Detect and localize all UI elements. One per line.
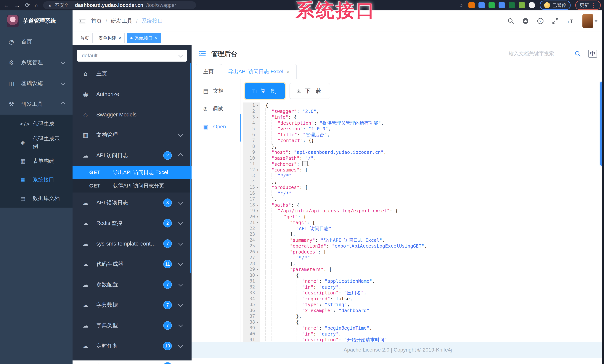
close-icon[interactable]: ×: [287, 69, 289, 75]
count-badge: 3: [163, 199, 172, 207]
cloud-icon: ☁: [82, 363, 89, 364]
reload-icon[interactable]: ⟳: [25, 2, 30, 8]
fold-toggle-icon[interactable]: ▾: [255, 114, 260, 120]
swagger-menu-item-1[interactable]: ◉ Authorize: [73, 84, 191, 104]
api-group-item-7[interactable]: ☁ 定时任务 10: [73, 336, 191, 356]
sidebar-item-2[interactable]: ◫ 基础设施: [0, 73, 73, 94]
fold-toggle-icon[interactable]: ▾: [255, 208, 260, 214]
sidebar-subitem-2[interactable]: ▦ 表单构建: [0, 152, 73, 170]
doc-search-input[interactable]: [508, 50, 567, 58]
api-group-item-1[interactable]: ☁ Redis 监控 2: [73, 213, 191, 233]
api-group-item-2[interactable]: ☁ sys-sms-template-controller 7: [73, 233, 191, 254]
sidebar-item-0[interactable]: ◔ 首页: [0, 31, 73, 52]
sidebar-subitem-0[interactable]: </> 代码生成: [0, 114, 73, 133]
swagger-menu-item-0[interactable]: ⌂ 主页: [73, 63, 191, 84]
close-icon[interactable]: ×: [155, 36, 158, 40]
address-bar[interactable]: ▲ 不安全 dashboard.yudao.iocoder.cn/tool/sw…: [43, 1, 196, 9]
api-endpoint-row-0[interactable]: GET 导出API 访问日志 Excel: [73, 166, 191, 179]
lock-icon: ◉: [82, 91, 89, 98]
search-icon[interactable]: [508, 18, 514, 24]
url-host: dashboard.yudao.iocoder.cn: [75, 2, 143, 8]
doc-panel-tab-调试[interactable]: ⊚ 调试: [191, 100, 240, 118]
page-tag-0[interactable]: 首页: [77, 33, 93, 43]
bookmark-star-icon[interactable]: ☆: [459, 2, 464, 9]
fold-toggle-icon[interactable]: ▾: [255, 220, 260, 226]
api-group-item-0[interactable]: ☁ API 错误日志 3: [73, 192, 191, 213]
extension-icon[interactable]: [468, 2, 475, 8]
doc-panel-tab-label: Open: [213, 124, 226, 130]
sidebar-item-label: 系统管理: [21, 59, 55, 66]
breadcrumb-item[interactable]: 系统接口: [141, 17, 163, 25]
language-switch-icon[interactable]: 中: [588, 50, 597, 58]
app-logo-row[interactable]: 芋道管理系统: [0, 10, 73, 31]
page-tag-label: 首页: [80, 35, 89, 41]
cloud-icon: ☁: [82, 322, 89, 329]
font-size-icon[interactable]: TT: [567, 18, 574, 24]
close-icon[interactable]: ×: [118, 36, 121, 40]
window-scrollbar-track[interactable]: [602, 10, 604, 364]
sidebar-subitem-3[interactable]: ≣ 系统接口: [0, 170, 73, 189]
extension-icon[interactable]: [529, 2, 535, 8]
extension-icon[interactable]: [489, 2, 495, 8]
fold-toggle-icon[interactable]: ▾: [255, 214, 260, 220]
api-group-select[interactable]: default: [77, 50, 187, 62]
fold-toggle-icon[interactable]: ▾: [255, 249, 260, 255]
api-group-label: 定时任务: [96, 342, 156, 350]
chrome-menu-icon[interactable]: ⋮: [591, 2, 596, 8]
collapsed-array-placeholder[interactable]: [302, 161, 308, 166]
home-icon[interactable]: ⌂: [35, 2, 38, 8]
api-group-item-8[interactable]: ☁ 定时任务日志 4: [73, 356, 191, 364]
api-endpoint-row-1[interactable]: GET 获得API 访问日志分页: [73, 179, 191, 192]
help-icon[interactable]: ?: [537, 18, 544, 24]
fold-toggle-icon[interactable]: ▾: [255, 185, 260, 190]
sidebar-item-3[interactable]: ⚒ 研发工具: [0, 94, 73, 114]
swagger-menu-item-2[interactable]: ◇ Swagger Models: [73, 104, 191, 125]
extension-icon[interactable]: [478, 2, 485, 8]
sidebar-subitem-1[interactable]: ◈ 代码生成示例: [0, 133, 73, 152]
fold-toggle-icon[interactable]: ▾: [255, 266, 260, 273]
menu-collapse-icon[interactable]: [199, 51, 206, 57]
page-tag-2[interactable]: 系统接口 ×: [127, 33, 161, 43]
doc-panel-tab-文档[interactable]: ▤ 文档: [191, 82, 240, 100]
api-group-value: default: [82, 53, 98, 59]
sidebar-scrollbar-thumb[interactable]: [190, 63, 191, 273]
page-tag-1[interactable]: 表单构建 ×: [95, 33, 125, 43]
sidebar-collapse-icon[interactable]: [79, 18, 86, 24]
swagger-menu-item-4[interactable]: ☁ API 访问日志 2: [73, 145, 191, 166]
fold-toggle-icon[interactable]: ▾: [255, 167, 260, 173]
download-button[interactable]: 下 载: [289, 83, 330, 99]
sidebar-item-1[interactable]: ⚙ 系统管理: [0, 52, 73, 73]
count-badge: 4: [163, 362, 172, 364]
fold-toggle-icon[interactable]: ▾: [255, 273, 260, 278]
sidebar-subitem-4[interactable]: ▤ 数据库文档: [0, 189, 73, 208]
paused-extension-badge[interactable]: 已暂停: [540, 0, 570, 10]
extension-icon[interactable]: [509, 2, 515, 8]
search-icon[interactable]: [575, 50, 581, 57]
back-icon[interactable]: ←: [3, 2, 9, 8]
fold-toggle-icon[interactable]: ▾: [255, 202, 260, 208]
swagger-menu-item-3[interactable]: ▥ 文档管理: [73, 125, 191, 145]
page-tag-label: 表单构建: [98, 35, 116, 41]
update-button[interactable]: 更新 ⋮: [575, 0, 601, 10]
json-code-editor[interactable]: 1 ▾ { 2 "swagger": "2.0", 3 ▾ "info": { …: [243, 102, 604, 342]
breadcrumb-item[interactable]: 首页: [91, 17, 102, 25]
api-group-item-4[interactable]: ☁ 参数配置 7: [73, 274, 191, 295]
copy-button[interactable]: 复 制: [245, 83, 285, 99]
user-avatar[interactable]: [582, 14, 593, 28]
extension-icon[interactable]: [519, 2, 525, 8]
breadcrumb-item[interactable]: 研发工具: [111, 17, 132, 25]
extension-icon[interactable]: [499, 2, 505, 8]
fold-toggle-icon[interactable]: ▾: [255, 319, 260, 325]
doc-tab-1[interactable]: 导出API 访问日志 Excel ×: [221, 64, 297, 79]
fullscreen-icon[interactable]: [552, 18, 559, 24]
api-group-item-3[interactable]: ☁ 代码生成器 11: [73, 254, 191, 274]
chevron-down-icon[interactable]: [594, 20, 598, 22]
forward-icon[interactable]: →: [14, 2, 20, 8]
line-number: 11: [243, 161, 255, 167]
api-group-item-5[interactable]: ☁ 字典数据 7: [73, 295, 191, 315]
doc-panel-tab-open[interactable]: ▣ Open: [191, 118, 240, 136]
fold-toggle-icon[interactable]: ▾: [255, 102, 260, 108]
github-icon[interactable]: [522, 18, 529, 24]
doc-tab-0[interactable]: 主页: [196, 64, 221, 79]
api-group-item-6[interactable]: ☁ 字典类型 7: [73, 315, 191, 336]
